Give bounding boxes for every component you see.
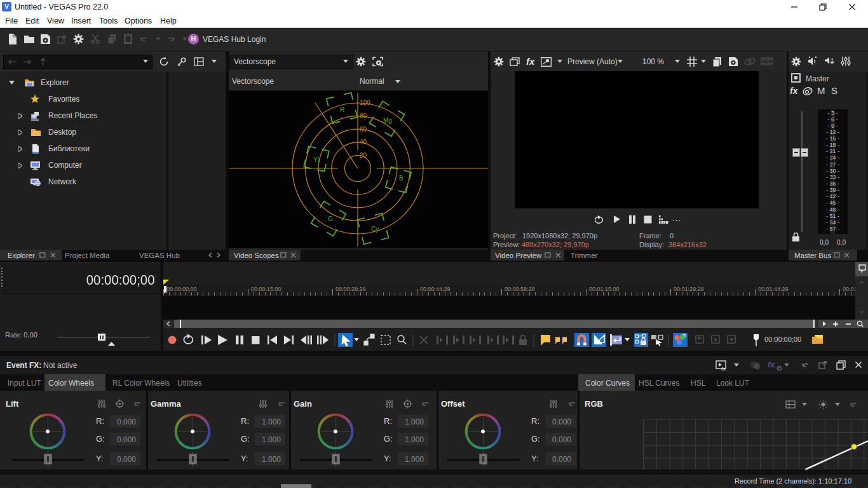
svg-text:B: B bbox=[399, 175, 403, 182]
svg-text:80: 80 bbox=[360, 112, 367, 119]
svg-text:Yl: Yl bbox=[313, 156, 319, 163]
svg-text:Mg: Mg bbox=[383, 117, 392, 124]
svg-text:Cy: Cy bbox=[371, 226, 379, 233]
svg-text:360: 360 bbox=[747, 60, 753, 64]
svg-text:fx: fx bbox=[721, 366, 726, 371]
svg-text:100: 100 bbox=[360, 99, 370, 106]
svg-text:20: 20 bbox=[360, 152, 367, 159]
svg-text:G: G bbox=[328, 215, 333, 222]
svg-text:40: 40 bbox=[360, 139, 367, 146]
svg-text:R: R bbox=[340, 106, 344, 113]
svg-text:60: 60 bbox=[360, 126, 367, 133]
